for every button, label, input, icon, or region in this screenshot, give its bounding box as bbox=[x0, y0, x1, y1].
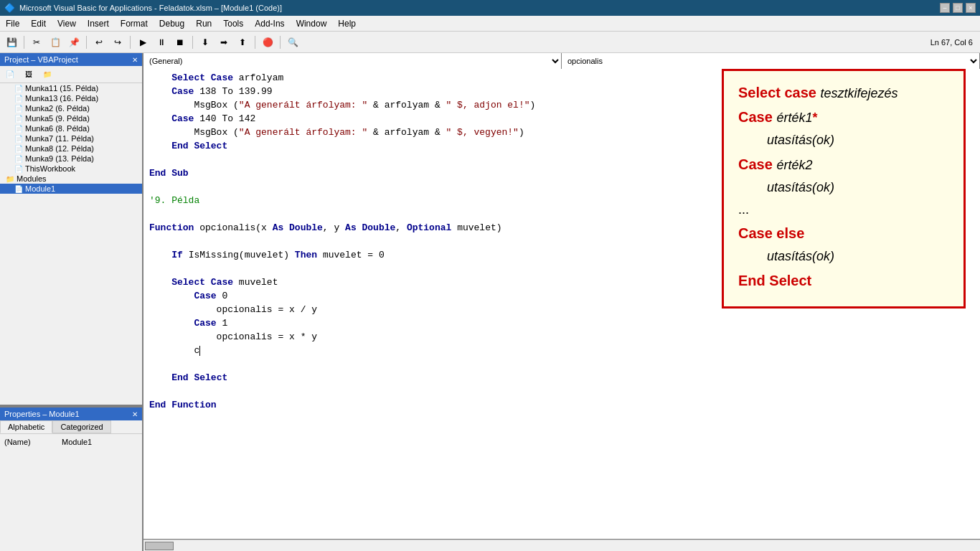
properties-content: (Name) Module1 bbox=[0, 434, 142, 551]
code-line-24 bbox=[149, 385, 974, 399]
tree-icon-munka5: 📄 bbox=[14, 115, 23, 123]
tree-icon-munka7: 📄 bbox=[14, 135, 23, 143]
tree-icon-munka2: 📄 bbox=[14, 105, 23, 113]
tree-icon-munka13: 📄 bbox=[14, 95, 23, 103]
properties-panel-wrap: Properties – Module1 ✕ Alphabetic Catego… bbox=[0, 408, 142, 551]
toolbar-save[interactable]: 💾 bbox=[3, 34, 20, 50]
toolbar-status: Ln 67, Col 6 bbox=[926, 37, 977, 48]
menu-help[interactable]: Help bbox=[332, 17, 362, 30]
toolbar-sep-5 bbox=[255, 36, 255, 49]
tree-icon-thisworkbook: 📄 bbox=[14, 165, 23, 173]
code-line-28 bbox=[149, 440, 974, 453]
toolbar-redo[interactable]: ↪ bbox=[109, 34, 126, 50]
toolbar-copy[interactable]: 📋 bbox=[47, 34, 64, 50]
code-combos: (General) opcionalis bbox=[143, 53, 980, 69]
menu-insert[interactable]: Insert bbox=[82, 17, 115, 30]
title-bar: 🔷 Microsoft Visual Basic for Application… bbox=[0, 0, 980, 16]
tree-item-munka13[interactable]: 📄 Munka13 (16. Példa) bbox=[0, 93, 142, 103]
tree-item-munka11[interactable]: 📄 Munka11 (15. Példa) bbox=[0, 83, 142, 93]
menu-run[interactable]: Run bbox=[190, 17, 217, 30]
project-panel-close[interactable]: ✕ bbox=[132, 56, 138, 64]
code-area: (General) opcionalis Select case tesztki… bbox=[143, 53, 980, 551]
toolbar-run[interactable]: ▶ bbox=[134, 34, 151, 50]
toolbar-sep-3 bbox=[130, 36, 131, 49]
tree-item-munka7[interactable]: 📄 Munka7 (11. Példa) bbox=[0, 133, 142, 143]
tree-icon-munka11: 📄 bbox=[14, 85, 23, 93]
menu-format[interactable]: Format bbox=[115, 17, 154, 30]
code-content[interactable]: Select case tesztkifejezés Case érték1* … bbox=[143, 69, 980, 539]
info-line-6: ... bbox=[738, 201, 949, 219]
maximize-button[interactable]: □ bbox=[953, 3, 963, 13]
properties-panel-close[interactable]: ✕ bbox=[132, 410, 138, 418]
toolbar-sep-4 bbox=[192, 36, 193, 49]
toolbar-reset[interactable]: ⏹ bbox=[171, 34, 189, 50]
toolbar-find[interactable]: 🔍 bbox=[284, 34, 301, 50]
tree-item-munka5[interactable]: 📄 Munka5 (9. Példa) bbox=[0, 113, 142, 123]
tree-icon-munka8: 📄 bbox=[14, 145, 23, 153]
info-line-5: utasítás(ok) bbox=[738, 179, 949, 197]
tree-icon-modules: 📁 bbox=[6, 175, 14, 183]
project-toggle-folders[interactable]: 📁 bbox=[39, 67, 56, 83]
menu-view[interactable]: View bbox=[52, 17, 82, 30]
combo-module[interactable]: (General) bbox=[143, 53, 562, 69]
left-panels: Project – VBAProject ✕ 📄 🖼 📁 📄 Munka11 (… bbox=[0, 53, 143, 551]
menu-bar: File Edit View Insert Format Debug Run T… bbox=[0, 16, 980, 32]
toolbar-break[interactable]: ⏸ bbox=[153, 34, 170, 50]
properties-tabs: Alphabetic Categorized bbox=[0, 420, 142, 434]
toolbar-cut[interactable]: ✂ bbox=[28, 34, 45, 50]
toolbar-breakpoint[interactable]: 🔴 bbox=[259, 34, 276, 50]
prop-name-value: Module1 bbox=[62, 438, 92, 446]
project-tree[interactable]: 📄 Munka11 (15. Példa) 📄 Munka13 (16. Pél… bbox=[0, 83, 142, 405]
tab-alphabetic[interactable]: Alphabetic bbox=[0, 420, 52, 433]
code-bottom-bar bbox=[143, 539, 980, 551]
tree-icon-munka6: 📄 bbox=[14, 125, 23, 133]
menu-debug[interactable]: Debug bbox=[154, 17, 190, 30]
tree-item-munka8[interactable]: 📄 Munka8 (12. Példa) bbox=[0, 143, 142, 154]
code-line-cursor[interactable]: c bbox=[149, 344, 974, 358]
info-line-4: Case érték2 bbox=[738, 154, 949, 174]
code-line-25: End Function bbox=[149, 399, 974, 413]
tree-item-munka9[interactable]: 📄 Munka9 (13. Példa) bbox=[0, 154, 142, 164]
toolbar-step-into[interactable]: ⬇ bbox=[197, 34, 214, 50]
hscroll-thumb[interactable] bbox=[145, 542, 174, 550]
code-line-26 bbox=[149, 413, 974, 426]
project-toolbar: 📄 🖼 📁 bbox=[0, 66, 142, 83]
tree-item-munka6[interactable]: 📄 Munka6 (8. Példa) bbox=[0, 123, 142, 133]
close-button[interactable]: × bbox=[966, 3, 976, 13]
tab-categorized[interactable]: Categorized bbox=[52, 420, 110, 433]
toolbar-paste[interactable]: 📌 bbox=[65, 34, 83, 50]
menu-tools[interactable]: Tools bbox=[217, 17, 249, 30]
info-line-1: Select case tesztkifejezés bbox=[738, 83, 949, 103]
code-line-19: Case 1 bbox=[149, 317, 974, 331]
tree-icon-munka9: 📄 bbox=[14, 155, 23, 163]
toolbar-step-out[interactable]: ⬆ bbox=[234, 34, 251, 50]
info-box: Select case tesztkifejezés Case érték1* … bbox=[722, 69, 966, 309]
menu-window[interactable]: Window bbox=[291, 17, 333, 30]
project-view-object[interactable]: 🖼 bbox=[20, 67, 37, 83]
toolbar-step-over[interactable]: ➡ bbox=[215, 34, 232, 50]
code-line-27 bbox=[149, 426, 974, 440]
properties-panel-header: Properties – Module1 ✕ bbox=[0, 408, 142, 420]
info-line-9: End Select bbox=[738, 270, 949, 291]
info-line-2: Case érték1* bbox=[738, 107, 949, 127]
tree-item-module1[interactable]: 📄 Module1 bbox=[0, 184, 142, 194]
menu-file[interactable]: File bbox=[0, 17, 25, 30]
minimize-button[interactable]: – bbox=[940, 3, 950, 13]
menu-addins[interactable]: Add-Ins bbox=[249, 17, 290, 30]
menu-edit[interactable]: Edit bbox=[25, 17, 52, 30]
info-line-7: Case else bbox=[738, 223, 949, 243]
combo-procedure[interactable]: opcionalis bbox=[562, 53, 980, 69]
project-view-code[interactable]: 📄 bbox=[1, 67, 19, 83]
project-panel-wrap: Project – VBAProject ✕ 📄 🖼 📁 📄 Munka11 (… bbox=[0, 53, 142, 405]
window-controls: – □ × bbox=[940, 3, 976, 13]
horizontal-scrollbar[interactable] bbox=[143, 540, 980, 552]
code-line-22 bbox=[149, 358, 974, 372]
toolbar-sep-2 bbox=[86, 36, 87, 49]
tree-icon-module1: 📄 bbox=[14, 185, 23, 193]
info-line-8: utasítás(ok) bbox=[738, 248, 949, 265]
tree-item-thisworkbook[interactable]: 📄 ThisWorkbook bbox=[0, 164, 142, 174]
toolbar-undo[interactable]: ↩ bbox=[90, 34, 108, 50]
tree-item-modules[interactable]: 📁 Modules bbox=[0, 174, 142, 184]
properties-panel-title: Properties – Module1 bbox=[4, 410, 80, 418]
tree-item-munka2[interactable]: 📄 Munka2 (6. Példa) bbox=[0, 103, 142, 113]
